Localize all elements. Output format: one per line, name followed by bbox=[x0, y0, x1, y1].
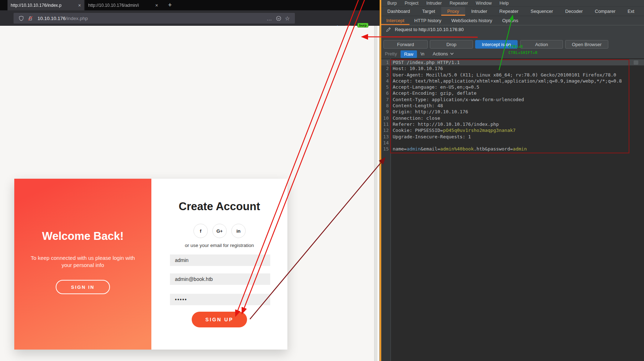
request-line: 3User-Agent: Mozilla/5.0 (X11; Linux x86… bbox=[381, 72, 644, 78]
linkedin-icon[interactable]: in bbox=[231, 224, 246, 238]
drop-button[interactable]: Drop bbox=[430, 40, 473, 49]
tab-http-history[interactable]: HTTP history bbox=[409, 16, 447, 25]
tab-repeater[interactable]: Repeater bbox=[493, 7, 524, 16]
request-line: 2Host: 10.10.10.176 bbox=[381, 65, 644, 71]
request-line: 1POST /index.php HTTP/1.1 bbox=[381, 59, 644, 65]
facebook-icon[interactable]: f bbox=[193, 224, 208, 238]
tracking-shield-icon[interactable] bbox=[19, 16, 24, 21]
welcome-subtitle: To keep connected with us please login w… bbox=[29, 254, 137, 269]
request-line: 11Referer: http://10.10.10.176/index.php bbox=[381, 121, 644, 127]
actions-label: Actions bbox=[433, 51, 448, 56]
request-body-line: 15name=admin&email=admin%40book.htb&pass… bbox=[381, 146, 644, 152]
menu-burp[interactable]: Burp bbox=[383, 1, 401, 6]
actions-dropdown[interactable]: Actions bbox=[433, 51, 454, 56]
request-line: 13Upgrade-Insecure-Requests: 1 bbox=[381, 134, 644, 140]
message-view-row: Pretty Raw \n Actions bbox=[381, 50, 644, 58]
page-actions-icon[interactable]: … bbox=[267, 15, 272, 21]
create-account-panel: Create Account f G+ in or use your email… bbox=[151, 179, 287, 350]
request-lines: 1POST /index.php HTTP/1.1 2Host: 10.10.1… bbox=[381, 59, 644, 152]
sign-in-button[interactable]: SIGN IN bbox=[56, 280, 110, 294]
editor-scrollbar-thumb[interactable] bbox=[634, 60, 638, 65]
menu-project[interactable]: Project bbox=[401, 1, 422, 6]
request-line: 4Accept: text/html,application/xhtml+xml… bbox=[381, 78, 644, 84]
request-line-cookie: 12Cookie: PHPSESSID=pO45q0uv1rsho2maqpg3… bbox=[381, 127, 644, 133]
firefox-window: http://10.10.10.176/index.p × http://10.… bbox=[0, 0, 379, 361]
tab-intercept[interactable]: Intercept bbox=[381, 16, 409, 25]
welcome-title: Welcome Back! bbox=[14, 230, 151, 243]
tab-intruder[interactable]: Intruder bbox=[465, 7, 493, 16]
menu-repeater[interactable]: Repeater bbox=[446, 1, 472, 6]
screenshot-root: http://10.10.10.176/index.p × http://10.… bbox=[0, 0, 644, 361]
proxy-sub-tabs: Intercept HTTP history WebSockets histor… bbox=[381, 16, 644, 25]
request-line: 5Accept-Language: en-US,en;q=0.5 bbox=[381, 84, 644, 90]
url-text: 10.10.10.176/index.php bbox=[37, 16, 88, 21]
page-content: Welcome Back! To keep connected with us … bbox=[0, 26, 379, 361]
proxy-badge: burp bbox=[357, 23, 368, 28]
tab-bar: http://10.10.10.176/index.p × http://10.… bbox=[0, 0, 379, 10]
raw-tab[interactable]: Raw bbox=[401, 50, 417, 58]
session-cookie-value: pO45q0uv1rsho2maqpg3nanak7 bbox=[443, 128, 516, 133]
welcome-panel: Welcome Back! To keep connected with us … bbox=[14, 179, 151, 350]
request-banner-text: Request to http://10.10.10.176:80 bbox=[395, 27, 464, 32]
new-tab-button[interactable]: + bbox=[165, 1, 175, 9]
tab-sequencer[interactable]: Sequencer bbox=[524, 7, 559, 16]
pretty-tab[interactable]: Pretty bbox=[385, 51, 397, 56]
request-line: 7Content-Type: application/x-www-form-ur… bbox=[381, 97, 644, 103]
newline-toggle[interactable]: \n bbox=[421, 51, 424, 56]
param-email-value: admin%40book bbox=[440, 146, 474, 152]
tab-extender[interactable]: Ext bbox=[622, 7, 640, 16]
password-field[interactable] bbox=[170, 294, 270, 305]
request-line: 8Content-Length: 48 bbox=[381, 103, 644, 109]
action-button[interactable]: Action bbox=[520, 40, 563, 49]
email-registration-hint: or use your email for registration bbox=[151, 243, 287, 248]
browser-toolbar: 10.10.10.176/index.php … ☆ uO burp bbox=[0, 10, 379, 26]
tab-title: http://10.10.10.176/admin/i bbox=[88, 3, 153, 8]
google-plus-icon[interactable]: G+ bbox=[212, 224, 227, 238]
tab-close-icon[interactable]: × bbox=[78, 3, 81, 8]
url-host: 10.10.10.176 bbox=[37, 16, 66, 21]
intercept-toggle-button[interactable]: Intercept is on bbox=[475, 40, 518, 49]
request-line: 6Accept-Encoding: gzip, deflate bbox=[381, 90, 644, 96]
param-name-value: admin bbox=[407, 146, 421, 152]
menu-intruder[interactable]: Intruder bbox=[422, 1, 446, 6]
url-bar[interactable]: 10.10.10.176/index.php … ☆ bbox=[14, 13, 295, 24]
tab-index-php[interactable]: http://10.10.10.176/index.p × bbox=[7, 0, 84, 10]
chevron-down-icon bbox=[450, 53, 454, 55]
request-line: 9Origin: http://10.10.10.176 bbox=[381, 109, 644, 115]
pocket-icon[interactable] bbox=[276, 16, 281, 21]
tab-title: http://10.10.10.176/index.p bbox=[11, 3, 76, 8]
create-account-title: Create Account bbox=[151, 200, 287, 213]
tab-dashboard[interactable]: Dashboard bbox=[381, 7, 416, 16]
insecure-lock-icon[interactable] bbox=[27, 16, 33, 21]
name-field[interactable] bbox=[170, 254, 270, 266]
request-banner: Request to http://10.10.10.176:80 bbox=[381, 25, 644, 34]
welcome-subtitle-line2: your personal info bbox=[61, 262, 104, 268]
tab-websockets-history[interactable]: WebSockets history bbox=[446, 16, 497, 25]
forward-button[interactable]: Forward bbox=[383, 40, 428, 49]
signup-card: Welcome Back! To keep connected with us … bbox=[14, 179, 287, 350]
tab-target[interactable]: Target bbox=[416, 7, 441, 16]
email-field[interactable] bbox=[170, 273, 270, 285]
burp-main-tabs: Dashboard Target Proxy Intruder Repeater… bbox=[381, 7, 644, 16]
tab-options[interactable]: Options bbox=[497, 16, 523, 25]
tab-proxy[interactable]: Proxy bbox=[441, 7, 465, 16]
burp-window: Burp Project Intruder Repeater Window He… bbox=[381, 0, 644, 361]
request-line: 14 bbox=[381, 140, 644, 146]
url-path: /index.php bbox=[66, 16, 88, 21]
param-password-value: admin bbox=[513, 146, 527, 152]
request-editor[interactable]: 1POST /index.php HTTP/1.1 2Host: 10.10.1… bbox=[381, 58, 644, 361]
welcome-subtitle-line1: To keep connected with us please login w… bbox=[31, 255, 135, 261]
tab-close-icon[interactable]: × bbox=[155, 3, 158, 8]
menu-window[interactable]: Window bbox=[472, 1, 495, 6]
tab-decoder[interactable]: Decoder bbox=[559, 7, 589, 16]
bookmark-star-icon[interactable]: ☆ bbox=[285, 15, 290, 22]
sign-up-button[interactable]: SIGN UP bbox=[192, 312, 247, 327]
burp-menu-bar: Burp Project Intruder Repeater Window He… bbox=[381, 0, 644, 7]
tab-admin[interactable]: http://10.10.10.176/admin/i × bbox=[85, 0, 161, 10]
open-browser-button[interactable]: Open Browser bbox=[565, 40, 608, 49]
browser-scrollbar[interactable] bbox=[374, 26, 377, 361]
pencil-icon bbox=[386, 27, 391, 32]
tab-comparer[interactable]: Comparer bbox=[589, 7, 622, 16]
menu-help[interactable]: Help bbox=[495, 1, 513, 6]
request-line: 10Connection: close bbox=[381, 115, 644, 121]
